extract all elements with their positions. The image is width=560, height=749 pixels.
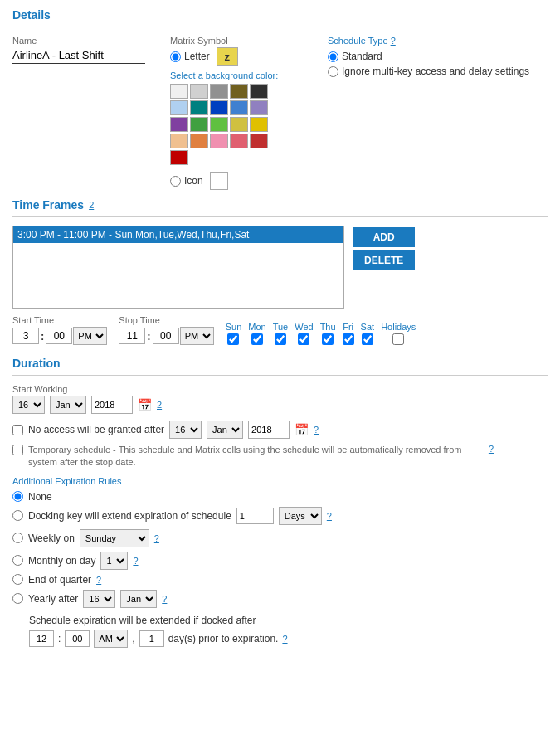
schedule-type-help[interactable]: ?	[391, 36, 396, 46]
expiry-docking-days-input[interactable]	[236, 508, 274, 524]
no-access-label: No access will be granted after	[28, 424, 164, 435]
color-swatch[interactable]	[170, 134, 188, 148]
stop-time-label: Stop Time	[119, 315, 213, 325]
expiry-docking-radio[interactable]	[12, 510, 23, 521]
expiry-yearly-day-select[interactable]: 16	[83, 590, 115, 608]
expiry-monthly: Monthly on day 1 ?	[12, 552, 548, 570]
start-minute-input[interactable]	[46, 328, 72, 344]
docked-hour-input[interactable]	[29, 630, 54, 647]
start-working-help[interactable]: 2	[157, 400, 162, 410]
details-title: Details	[12, 8, 548, 22]
day-sun-checkbox[interactable]	[227, 333, 239, 345]
schedule-list-item[interactable]: 3:00 PM - 11:00 PM - Sun,Mon,Tue,Wed,Thu…	[13, 226, 343, 243]
ignore-radio[interactable]	[328, 66, 338, 77]
ignore-radio-label[interactable]: Ignore multi-key access and delay settin…	[328, 66, 529, 77]
expiry-options: None Docking key will extend expiration …	[12, 491, 548, 608]
day-thu-checkbox[interactable]	[322, 333, 334, 345]
expiry-quarter-radio[interactable]	[12, 574, 23, 585]
color-swatch[interactable]	[210, 134, 228, 148]
expiry-docking-label: Docking key will extend expiration of sc…	[28, 510, 231, 522]
expiry-quarter-help[interactable]: ?	[96, 575, 101, 585]
day-mon-checkbox[interactable]	[251, 333, 263, 345]
color-swatch[interactable]	[250, 84, 268, 99]
color-swatch[interactable]	[190, 117, 208, 132]
start-year-input[interactable]	[91, 396, 133, 414]
expiry-monthly-help[interactable]: ?	[133, 556, 138, 566]
no-access-month-select[interactable]: Jan	[207, 421, 243, 439]
expiry-yearly-help[interactable]: ?	[162, 594, 167, 604]
name-label: Name	[12, 36, 145, 46]
expiry-docking-days-select[interactable]: Days	[279, 507, 322, 525]
start-ampm-select[interactable]: AM PM	[73, 327, 107, 345]
section-duration: Duration Start Working 16 Jan 📅 2 No acc…	[12, 357, 548, 648]
color-swatch[interactable]	[210, 84, 228, 99]
start-hour-input[interactable]	[12, 328, 39, 344]
color-swatch[interactable]	[250, 117, 268, 132]
schedule-list[interactable]: 3:00 PM - 11:00 PM - Sun,Mon,Tue,Wed,Thu…	[12, 226, 344, 309]
color-swatch[interactable]	[190, 100, 208, 115]
color-swatch[interactable]	[170, 84, 188, 99]
expiry-yearly-radio[interactable]	[12, 593, 23, 604]
stop-time-group: Stop Time : AM PM	[119, 315, 213, 345]
stop-hour-input[interactable]	[119, 328, 145, 344]
color-swatch[interactable]	[230, 117, 248, 132]
color-swatch[interactable]	[210, 100, 228, 115]
expiry-monthly-select[interactable]: 1	[100, 552, 128, 570]
docked-text2: day(s) prior to expiration.	[168, 633, 279, 644]
color-swatch[interactable]	[190, 84, 208, 99]
add-button[interactable]: ADD	[353, 227, 415, 247]
name-input[interactable]	[12, 47, 145, 64]
day-holidays-checkbox[interactable]	[392, 333, 404, 345]
no-access-day-select[interactable]: 16	[169, 421, 202, 439]
expiry-weekly-radio[interactable]	[12, 533, 23, 543]
icon-radio-label[interactable]: Icon	[170, 175, 203, 187]
start-day-select[interactable]: 16	[12, 396, 45, 414]
color-swatch[interactable]	[230, 84, 248, 99]
details-divider	[12, 27, 548, 27]
letter-radio[interactable]	[170, 51, 181, 62]
temp-schedule-help[interactable]: ?	[489, 444, 494, 454]
docked-help[interactable]: ?	[282, 634, 287, 644]
icon-radio[interactable]	[170, 176, 181, 187]
day-fri-checkbox[interactable]	[343, 333, 354, 345]
day-sun-label: Sun	[226, 322, 242, 332]
day-sun-group: Sun	[226, 322, 242, 345]
day-sat-checkbox[interactable]	[362, 333, 373, 345]
color-swatch[interactable]	[230, 134, 248, 148]
docked-days-input[interactable]	[139, 630, 164, 647]
expiry-docking-help[interactable]: ?	[327, 511, 332, 521]
day-wed-checkbox[interactable]	[298, 333, 309, 345]
day-tue-checkbox[interactable]	[275, 333, 286, 345]
docked-minute-input[interactable]	[65, 630, 90, 647]
start-month-select[interactable]: Jan	[50, 396, 86, 414]
docked-ampm-select[interactable]: AM PM	[94, 630, 128, 648]
no-access-calendar-icon[interactable]: 📅	[295, 423, 309, 436]
stop-minute-input[interactable]	[153, 328, 179, 344]
expiry-monthly-radio[interactable]	[12, 555, 23, 566]
standard-radio[interactable]	[328, 51, 338, 62]
expiry-weekly-help[interactable]: ?	[154, 533, 159, 543]
delete-button[interactable]: DELETE	[353, 250, 415, 270]
color-swatch[interactable]	[250, 100, 268, 115]
expiry-none-radio[interactable]	[12, 491, 23, 502]
color-swatch[interactable]	[170, 150, 188, 165]
expiry-weekly-select[interactable]: Sunday Monday Tuesday Wednesday Thursday…	[80, 529, 149, 547]
start-calendar-icon[interactable]: 📅	[138, 398, 152, 411]
color-swatch[interactable]	[250, 134, 268, 148]
letter-radio-label[interactable]: Letter	[170, 51, 210, 62]
no-access-help[interactable]: ?	[314, 425, 319, 435]
timeframes-help[interactable]: 2	[89, 200, 94, 210]
section-timeframes: Time Frames 2 3:00 PM - 11:00 PM - Sun,M…	[12, 198, 548, 345]
no-access-checkbox[interactable]	[12, 425, 23, 435]
color-swatch[interactable]	[170, 100, 188, 115]
expiry-yearly-month-select[interactable]: Jan	[120, 590, 157, 608]
stop-ampm-select[interactable]: AM PM	[180, 327, 214, 345]
color-swatch[interactable]	[190, 134, 208, 148]
temp-schedule-checkbox[interactable]	[12, 445, 23, 455]
no-access-year-input[interactable]	[248, 421, 290, 439]
color-swatch[interactable]	[170, 117, 188, 132]
standard-radio-label[interactable]: Standard	[328, 51, 529, 62]
day-tue-label: Tue	[273, 322, 289, 332]
color-swatch[interactable]	[230, 100, 248, 115]
color-swatch[interactable]	[210, 117, 228, 132]
